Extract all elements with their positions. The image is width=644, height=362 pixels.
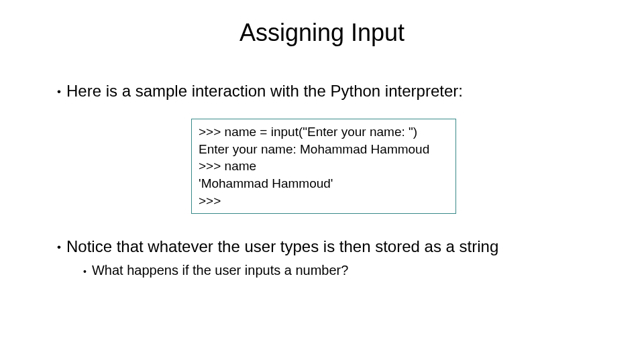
bullet-text: Here is a sample interaction with the Py… (66, 82, 463, 101)
bullet-icon: • (57, 82, 61, 102)
bullet-text: What happens if the user inputs a number… (92, 263, 348, 278)
bullet-level-2: • What happens if the user inputs a numb… (83, 263, 597, 280)
code-box: >>> name = input("Enter your name: ") En… (191, 119, 456, 214)
bullet-icon: • (83, 263, 87, 280)
code-line: 'Mohammad Hammoud' (199, 175, 449, 192)
slide-title: Assigning Input (0, 0, 644, 60)
slide-content: • Here is a sample interaction with the … (0, 82, 644, 280)
code-line: >>> name (199, 158, 449, 175)
bullet-level-1: • Here is a sample interaction with the … (57, 82, 597, 102)
code-line: >>> name = input("Enter your name: ") (199, 123, 449, 141)
code-line: Enter your name: Mohammad Hammoud (199, 141, 449, 158)
bullet-text: Notice that whatever the user types is t… (66, 237, 498, 256)
bullet-icon: • (57, 237, 61, 257)
code-line: >>> (199, 192, 449, 210)
bullet-level-1: • Notice that whatever the user types is… (57, 237, 597, 257)
